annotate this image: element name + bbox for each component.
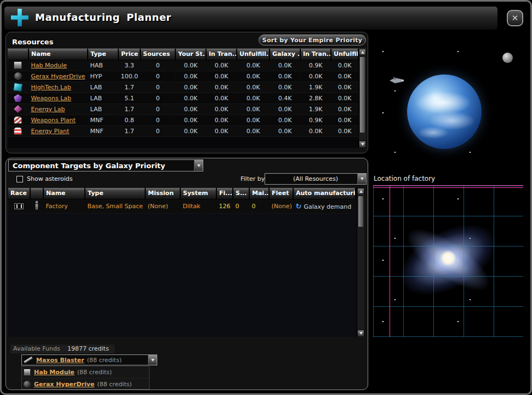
targets-mode-dropdown[interactable]: Component Targets by Galaxy Priority	[8, 159, 203, 171]
scroll-up-button[interactable]	[359, 49, 366, 56]
resource-row[interactable]: HighTech Lab LAB 1.7 0 0.0K 0.0K 0.0K 0.…	[8, 82, 358, 93]
resource-name-link[interactable]: Weapons Plant	[31, 117, 76, 124]
resource-cell: LAB	[88, 93, 118, 104]
column-unfulfilled-1[interactable]: Unfulfill...	[237, 49, 270, 60]
column-target-name[interactable]: Name	[43, 188, 85, 199]
resource-row[interactable]: Weapons Plant MNF 0.8 0 0.0K 0.0K 0.0K 0…	[8, 115, 358, 125]
resource-cell: 0	[140, 104, 175, 115]
target-cell: Diltak	[180, 199, 216, 213]
dropdown-arrow-button[interactable]	[357, 174, 366, 184]
sort-by-empire-priority-button[interactable]: Sort by Your Empire Priority	[259, 35, 366, 45]
column-target-type[interactable]: Type	[85, 188, 145, 199]
column-mai[interactable]: Mai...	[249, 188, 269, 199]
resource-name-link[interactable]: HighTech Lab	[31, 84, 71, 91]
window-title: ManufacturingPlanner	[35, 12, 171, 23]
resource-cell: 1.9K	[300, 104, 331, 115]
dropdown-arrow-button[interactable]	[148, 355, 157, 365]
option-name: Gerax HyperDrive	[34, 381, 94, 388]
resource-cell	[8, 115, 28, 125]
resource-cell: MNF	[88, 115, 118, 125]
column-price[interactable]: Price	[118, 49, 140, 60]
resource-cell: 0.0K	[237, 93, 270, 104]
auto-manufacturing-value[interactable]: Galaxy demand	[304, 203, 351, 210]
resource-cell: 0.0K	[270, 115, 300, 125]
column-unfulfilled-2[interactable]: Unfulfil...	[331, 49, 358, 60]
resource-cell: 0.0K	[270, 125, 300, 136]
resource-filter-dropdown[interactable]: (All Resources)	[265, 173, 367, 185]
energy-lab-icon	[14, 105, 22, 113]
column-type[interactable]: Type	[88, 49, 118, 60]
column-resource-icon[interactable]	[8, 49, 28, 60]
hightech-lab-icon	[13, 83, 22, 91]
component-picker-dropdown[interactable]: Maxos Blaster (88 credits)	[21, 354, 157, 365]
resource-name-link[interactable]: Weapons Lab	[31, 95, 72, 102]
column-sources[interactable]: Sources	[140, 49, 175, 60]
show-asteroids-checkbox[interactable]	[16, 176, 23, 182]
column-fi[interactable]: Fi...	[216, 188, 233, 199]
scroll-up-button[interactable]	[357, 188, 364, 195]
component-picker-list: Hab Module (88 credits) Gerax HyperDrive…	[21, 366, 150, 390]
targets-mode-value: Component Targets by Galaxy Priority	[13, 162, 165, 170]
scrollbar-thumb[interactable]	[358, 196, 364, 227]
picker-option-hab-module[interactable]: Hab Module (88 credits)	[22, 367, 149, 378]
column-your-storage[interactable]: Your St...	[175, 49, 206, 60]
column-fleet[interactable]: Fleet	[269, 188, 293, 199]
column-unit-icon[interactable]	[30, 188, 43, 199]
targets-header-row: Race Name Type Mission System Fi... S...…	[8, 188, 356, 199]
refresh-icon[interactable]: ↻	[296, 202, 302, 210]
resource-row[interactable]: Gerax HyperDrive HYP 100.0 0 0.0K 0.0K 0…	[8, 71, 358, 82]
resource-cell: HYP	[88, 71, 118, 82]
scroll-down-button[interactable]	[359, 141, 366, 148]
targets-scrollbar[interactable]	[357, 188, 364, 337]
blaster-icon	[24, 357, 33, 363]
resource-cell: MNF	[88, 125, 118, 136]
resource-cell: 0.0K	[175, 82, 206, 93]
window-title-word-1: Manufacturing	[35, 12, 120, 23]
scroll-down-button[interactable]	[357, 330, 364, 337]
column-auto-manufacturing[interactable]: Auto manufacturing	[293, 188, 356, 199]
resource-name-link[interactable]: Gerax HyperDrive	[31, 73, 85, 80]
resource-cell: 0.0K	[175, 71, 206, 82]
resource-cell: Weapons Plant	[28, 115, 88, 125]
dropdown-arrow-button[interactable]	[194, 160, 203, 171]
resources-scrollbar[interactable]	[358, 49, 366, 148]
resource-cell: 0	[140, 71, 175, 82]
manufacturing-planner-window: ManufacturingPlanner ✕ Resources Sort by…	[0, 0, 532, 395]
targets-grid: Race Name Type Mission System Fi... S...…	[8, 188, 356, 214]
title-bar[interactable]: ManufacturingPlanner	[4, 7, 497, 30]
chevron-down-icon	[197, 164, 201, 167]
resource-name-link[interactable]: Hab Module	[31, 62, 67, 69]
resource-cell: Energy Lab	[28, 104, 88, 115]
resource-cell: 0.0K	[206, 125, 237, 136]
column-system[interactable]: System	[180, 188, 216, 199]
picker-option-gerax-hyperdrive[interactable]: Gerax HyperDrive (88 credits)	[22, 378, 149, 390]
resource-cell: 0.0K	[175, 104, 206, 115]
window-title-word-2: Planner	[127, 12, 171, 23]
resource-cell: 2.8K	[300, 93, 331, 104]
resource-row[interactable]: Energy Lab LAB 1.7 0 0.0K 0.0K 0.0K 0.0K…	[8, 104, 358, 115]
scrollbar-thumb[interactable]	[359, 56, 365, 133]
option-price: (88 credits)	[97, 381, 131, 388]
resource-row[interactable]: Hab Module HAB 3.3 0 0.0K 0.0K 0.0K 0.0K…	[8, 60, 358, 71]
column-galaxy[interactable]: Galaxy ...	[270, 49, 300, 60]
resource-name-link[interactable]: Energy Lab	[31, 106, 65, 113]
column-in-transit-2[interactable]: In Tran...	[300, 49, 331, 60]
resource-name-link[interactable]: Energy Plant	[31, 128, 70, 135]
column-s[interactable]: S...	[233, 188, 249, 199]
target-row-factory[interactable]: Factory Base, Small Space Port (None) Di…	[8, 199, 356, 213]
resource-row[interactable]: Energy Plant MNF 1.7 0 0.0K 0.0K 0.0K 0.…	[8, 125, 358, 136]
resource-cell: 0.0K	[206, 115, 237, 125]
column-name[interactable]: Name	[28, 49, 88, 60]
resource-cell: 0.0K	[270, 60, 300, 71]
resource-cell: Energy Plant	[28, 125, 88, 136]
column-mission[interactable]: Mission	[145, 188, 180, 199]
column-race[interactable]: Race	[8, 188, 30, 199]
close-button[interactable]: ✕	[507, 10, 523, 26]
resource-row[interactable]: Weapons Lab LAB 5.1 0 0.0K 0.0K 0.0K 0.4…	[8, 93, 358, 104]
chevron-down-icon	[361, 178, 364, 180]
hab-module-icon	[14, 61, 22, 69]
spaceship-icon	[388, 76, 405, 88]
arrow-down-icon	[361, 143, 364, 146]
column-in-transit-1[interactable]: In Tran...	[206, 49, 237, 60]
resource-cell: 0.9K	[300, 115, 331, 125]
